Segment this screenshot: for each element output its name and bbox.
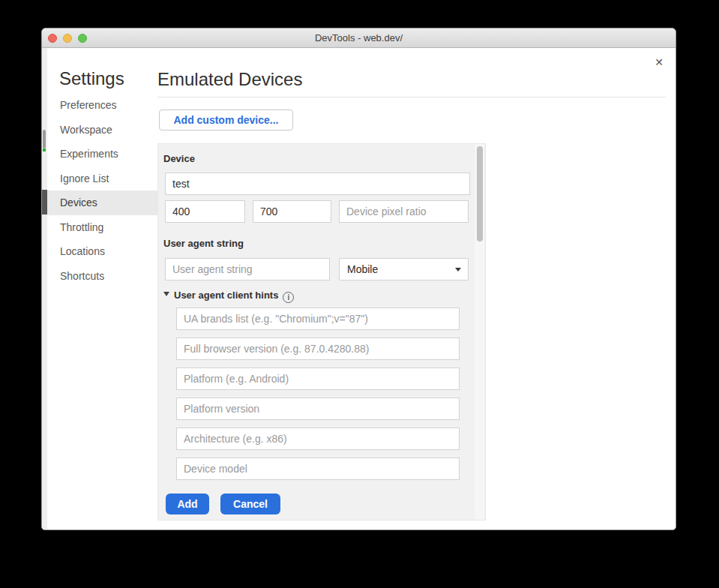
titlebar[interactable]: DevTools - web.dev/ — [42, 28, 676, 48]
background-page-sliver — [42, 48, 47, 530]
add-button[interactable]: Add — [166, 494, 209, 514]
device-name-input[interactable] — [165, 172, 470, 195]
device-width-input[interactable] — [165, 200, 245, 223]
client-hint-input-2[interactable] — [176, 338, 460, 360]
background-green-dot — [43, 148, 46, 152]
user-agent-section-label: User agent string — [163, 238, 244, 249]
client-hint-input-4[interactable] — [176, 398, 460, 420]
header-divider — [157, 97, 666, 98]
client-hints-header: User agent client hintsi — [163, 288, 294, 303]
client-hint-input-3[interactable] — [176, 368, 460, 390]
device-pixel-ratio-input[interactable] — [339, 200, 469, 223]
user-agent-type-value: Mobile — [347, 263, 378, 275]
window-title: DevTools - web.dev/ — [42, 28, 676, 48]
settings-dialog: Settings PreferencesWorkspaceExperiments… — [42, 48, 676, 530]
device-height-input[interactable] — [253, 200, 331, 223]
device-form-panel: Device User agent string Mobile User age… — [157, 143, 486, 520]
form-scrollbar-thumb[interactable] — [477, 146, 483, 242]
settings-heading: Settings — [59, 68, 124, 89]
selected-item-edge-bar — [42, 190, 47, 214]
add-custom-device-button[interactable]: Add custom device... — [159, 110, 293, 130]
user-agent-string-input[interactable] — [165, 258, 330, 280]
screen-background: DevTools - web.dev/ Settings Preferences… — [0, 0, 719, 588]
client-hint-input-1[interactable] — [176, 308, 460, 330]
info-icon[interactable]: i — [283, 292, 294, 303]
client-hint-input-5[interactable] — [176, 428, 460, 450]
background-scrollbar-thumb — [43, 130, 46, 148]
collapse-triangle-icon[interactable] — [163, 292, 169, 296]
form-scrollbar-track[interactable] — [475, 144, 484, 520]
user-agent-type-select[interactable]: Mobile — [339, 258, 469, 280]
close-icon[interactable]: ✕ — [651, 54, 667, 70]
device-section-label: Device — [163, 153, 195, 164]
cancel-button[interactable]: Cancel — [220, 494, 280, 514]
devtools-window: DevTools - web.dev/ Settings Preferences… — [41, 28, 676, 530]
client-hint-input-6[interactable] — [176, 458, 460, 480]
page-title: Emulated Devices — [157, 69, 302, 90]
chevron-down-icon — [455, 268, 461, 272]
client-hints-label: User agent client hints — [174, 290, 278, 301]
